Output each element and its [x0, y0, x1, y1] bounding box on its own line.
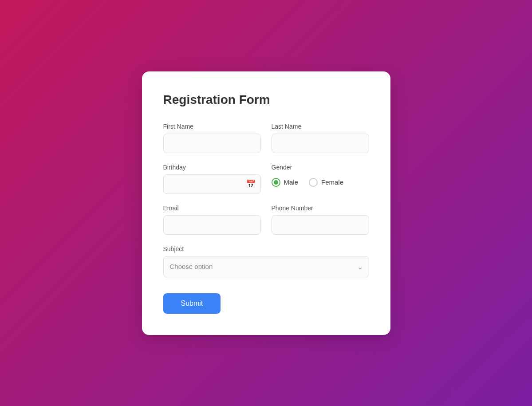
- first-name-input[interactable]: [163, 134, 261, 153]
- birthday-label: Birthday: [163, 164, 261, 171]
- email-input[interactable]: [163, 215, 261, 235]
- gender-female-circle: [309, 178, 318, 187]
- phone-group: Phone Number: [272, 205, 369, 235]
- email-group: Email: [163, 205, 261, 235]
- first-name-group: First Name: [163, 123, 261, 153]
- gender-label: Gender: [272, 164, 369, 171]
- last-name-label: Last Name: [272, 123, 369, 130]
- phone-label: Phone Number: [272, 205, 369, 212]
- subject-select[interactable]: Choose option: [163, 256, 369, 277]
- last-name-group: Last Name: [272, 123, 369, 153]
- birthday-group: Birthday 📅: [163, 164, 261, 194]
- last-name-input[interactable]: [272, 134, 369, 153]
- phone-input[interactable]: [272, 215, 369, 235]
- gender-female-label: Female: [321, 178, 343, 186]
- gender-male-option[interactable]: Male: [272, 178, 299, 187]
- gender-male-label: Male: [284, 178, 299, 186]
- birthday-wrapper: 📅: [163, 174, 261, 194]
- email-label: Email: [163, 205, 261, 212]
- gender-group: Gender Male Female: [272, 164, 369, 194]
- gender-options: Male Female: [272, 174, 369, 194]
- birthday-gender-row: Birthday 📅 Gender Male Female: [163, 164, 369, 194]
- name-row: First Name Last Name: [163, 123, 369, 153]
- gender-female-option[interactable]: Female: [309, 178, 343, 187]
- subject-select-wrapper: Choose option ⌄: [163, 256, 369, 277]
- subject-label: Subject: [163, 245, 369, 252]
- registration-form-card: Registration Form First Name Last Name B…: [142, 71, 390, 335]
- birthday-input[interactable]: [163, 174, 261, 194]
- email-phone-row: Email Phone Number: [163, 205, 369, 235]
- gender-male-circle: [272, 178, 280, 187]
- first-name-label: First Name: [163, 123, 261, 130]
- subject-row: Subject Choose option ⌄: [163, 245, 369, 277]
- subject-group: Subject Choose option ⌄: [163, 245, 369, 277]
- form-title: Registration Form: [163, 93, 369, 107]
- submit-button[interactable]: Submit: [163, 293, 221, 314]
